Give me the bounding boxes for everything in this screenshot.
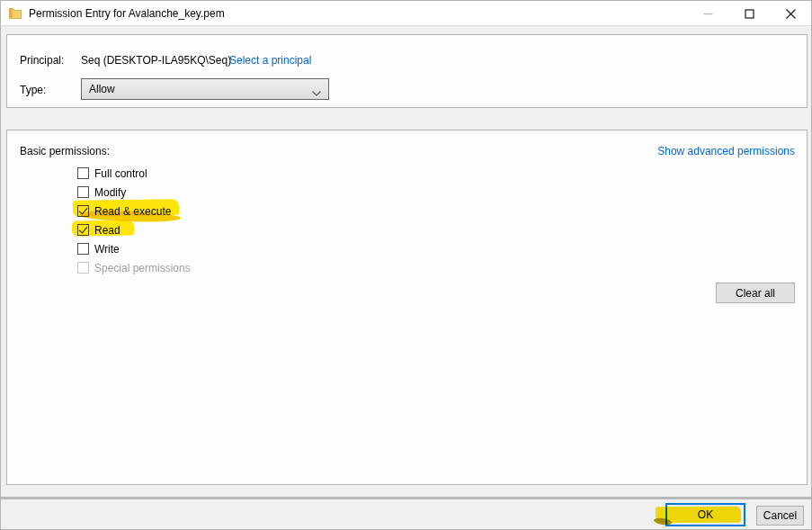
perm-label[interactable]: Read	[94, 224, 120, 237]
perm-row-read-execute: Read & execute	[77, 204, 191, 218]
window-title: Permission Entry for Avalanche_key.pem	[29, 7, 225, 20]
checkbox-read[interactable]	[77, 224, 89, 236]
select-principal-link[interactable]: Select a principal	[229, 54, 311, 67]
ok-button-label: OK	[698, 508, 713, 521]
perm-row-modify: Modify	[77, 185, 191, 199]
type-dropdown[interactable]: Allow	[81, 78, 329, 100]
titlebar: Permission Entry for Avalanche_key.pem	[1, 1, 811, 26]
cancel-button-label: Cancel	[763, 509, 797, 522]
permission-entry-dialog: Permission Entry for Avalanche_key.pem P…	[0, 0, 812, 530]
principal-value: Seq (DESKTOP-ILA95KQ\Seq)	[81, 54, 231, 67]
checkbox-full-control[interactable]	[77, 167, 89, 179]
principal-panel: Principal: Seq (DESKTOP-ILA95KQ\Seq) Sel…	[6, 34, 808, 108]
maximize-button[interactable]	[728, 1, 770, 26]
cancel-button[interactable]: Cancel	[756, 506, 804, 526]
checkbox-special-permissions	[77, 262, 89, 274]
show-advanced-permissions-link[interactable]: Show advanced permissions	[657, 145, 795, 157]
chevron-down-icon	[312, 86, 321, 99]
footer-divider	[1, 497, 811, 499]
perm-label[interactable]: Full control	[94, 167, 147, 180]
clear-all-label: Clear all	[736, 287, 775, 300]
permissions-list: Full control Modify Read & execute Read …	[77, 166, 191, 280]
window-controls	[687, 1, 811, 26]
principal-label: Principal:	[20, 54, 64, 67]
checkbox-read-execute[interactable]	[77, 205, 89, 217]
perm-row-special-permissions: Special permissions	[77, 261, 191, 274]
perm-row-read: Read	[77, 223, 191, 237]
perm-label[interactable]: Read & execute	[94, 205, 171, 218]
type-dropdown-value: Allow	[89, 83, 115, 95]
perm-label[interactable]: Write	[94, 243, 120, 256]
type-label: Type:	[20, 84, 46, 96]
basic-permissions-label: Basic permissions:	[20, 145, 110, 157]
perm-row-write: Write	[77, 242, 191, 256]
perm-label: Special permissions	[94, 262, 191, 274]
clear-all-button[interactable]: Clear all	[716, 283, 795, 303]
perm-label[interactable]: Modify	[94, 186, 126, 199]
perm-row-full-control: Full control	[77, 166, 191, 180]
checkbox-modify[interactable]	[77, 186, 89, 198]
ok-button[interactable]: OK	[665, 503, 745, 526]
checkbox-write[interactable]	[77, 243, 89, 255]
folder-icon	[9, 7, 22, 19]
close-button[interactable]	[770, 1, 811, 26]
permissions-panel: Basic permissions: Show advanced permiss…	[6, 130, 808, 485]
minimize-button	[687, 1, 728, 26]
